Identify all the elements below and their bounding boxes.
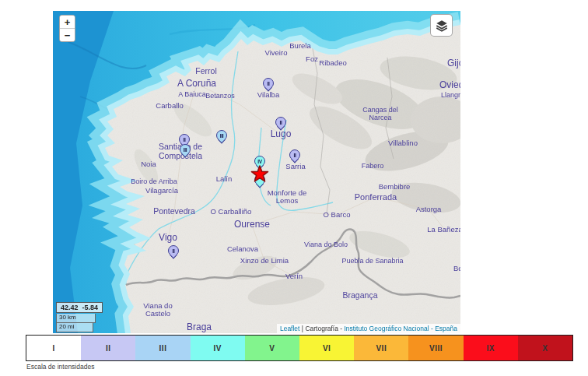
legend-segment-VII: VII <box>354 336 408 360</box>
legend-segment-VI: VI <box>299 336 354 360</box>
intensity-marker-II[interactable]: II <box>289 149 300 160</box>
legend-segment-V: V <box>245 336 299 360</box>
intensity-marker-II[interactable]: II <box>179 134 190 145</box>
intensity-marker-II[interactable]: II <box>168 245 179 256</box>
legend-segment-IX: IX <box>464 336 518 360</box>
intensity-marker-II[interactable]: II <box>263 78 274 89</box>
legend-segment-X: X <box>518 336 572 360</box>
scale-bar-mi: 20 mi <box>56 323 93 332</box>
zoom-control: + − <box>59 15 75 42</box>
intensity-marker-III[interactable]: III <box>216 130 227 141</box>
legend-segment-II: II <box>81 336 135 360</box>
intensity-marker-II[interactable]: II <box>275 117 286 128</box>
attribution: Leaflet | Cartografía - Instituto Geográ… <box>277 324 460 333</box>
mouse-coordinates: 42.42 -5.84 <box>56 302 103 313</box>
attribution-text: | Cartografía - <box>299 325 344 332</box>
zoom-in-button[interactable]: + <box>60 16 75 28</box>
scale-bar-km: 30 km <box>56 314 96 323</box>
leaflet-link[interactable]: Leaflet <box>280 325 300 332</box>
intensity-scale-legend: IIIIIIIVVVIVIIVIIIIXX <box>26 335 573 361</box>
zoom-out-button[interactable]: − <box>60 28 75 41</box>
map-canvas[interactable]: GijónOviedoLlangréuBurelaViveiroFozRibad… <box>53 11 460 333</box>
legend-segment-I: I <box>26 336 81 360</box>
ign-link[interactable]: Instituto Geográfico Nacional - España <box>344 325 457 332</box>
intensity-marker-III[interactable]: III <box>180 144 191 155</box>
legend-segment-VIII: VIII <box>408 336 463 360</box>
page: GijónOviedoLlangréuBurelaViveiroFozRibad… <box>0 0 588 376</box>
epicenter-star-icon[interactable] <box>249 163 271 185</box>
legend-title: Escala de intensidades <box>26 363 94 371</box>
layers-control-button[interactable] <box>430 14 453 37</box>
legend-segment-III: III <box>135 336 190 360</box>
layers-icon <box>435 19 449 33</box>
legend-segment-IV: IV <box>191 336 245 360</box>
